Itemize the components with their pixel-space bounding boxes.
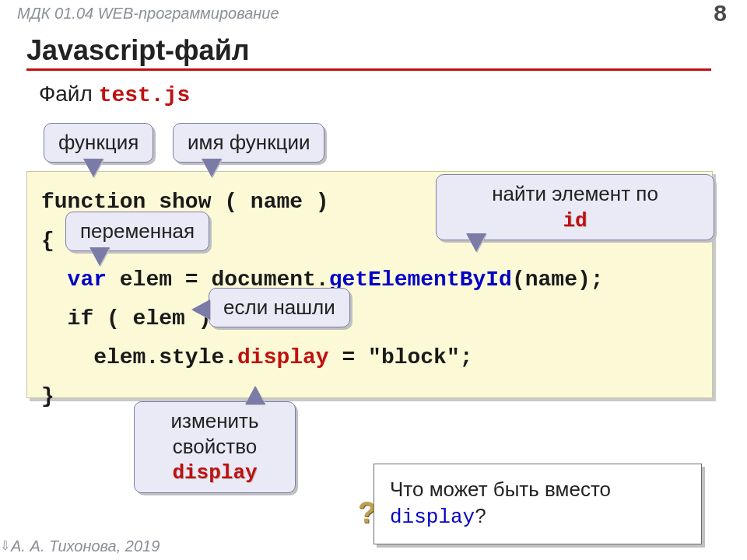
callout-find-by-id: найти элемент по id	[436, 174, 714, 240]
code-brace-close: }	[41, 384, 54, 408]
kw-var: var	[41, 268, 107, 292]
callout-if-found-label: если нашли	[223, 295, 335, 320]
title-underline	[26, 68, 711, 71]
callout-find-by-id-label: найти элемент по id	[451, 181, 700, 233]
question-kw: display	[390, 506, 475, 529]
callout-function-name: имя функции	[173, 123, 324, 163]
callout-find-by-id-kw: id	[563, 209, 587, 233]
kw-function: function	[41, 190, 146, 214]
callout-function-kw-label: функция	[58, 130, 139, 156]
callout-variable: переменная	[65, 212, 209, 251]
code-if: if ( elem )	[41, 306, 211, 331]
callout-change-prop-label: изменить свойство display	[149, 408, 281, 486]
code-fn-sig: show ( name )	[146, 190, 328, 214]
callout-find-by-id-text: найти элемент по	[492, 182, 658, 205]
callout-variable-tail	[90, 249, 109, 266]
callout-function-kw: функция	[44, 123, 153, 163]
question-text-post: ?	[475, 504, 486, 527]
code-call-end: (name);	[512, 268, 604, 292]
code-style: elem.style.	[41, 345, 237, 369]
subtitle-prefix: Файл	[39, 82, 99, 106]
callout-function-name-tail	[202, 160, 221, 177]
stage: function show ( name ) { var elem = docu…	[0, 107, 747, 543]
callout-variable-label: переменная	[80, 219, 195, 244]
question-text-pre: Что может быть вместо	[390, 478, 611, 501]
subtitle-filename: test.js	[99, 83, 191, 107]
code-brace-open: {	[41, 229, 54, 253]
callout-if-found: если нашли	[209, 288, 350, 327]
callout-function-name-label: имя функции	[188, 130, 310, 156]
question-box: Что может быть вместо display?	[374, 464, 702, 544]
callout-change-prop-text: изменить свойство	[170, 409, 258, 458]
kw-getelementbyid: getElementById	[329, 268, 512, 292]
callout-function-kw-tail	[84, 160, 103, 177]
page-number: 8	[714, 0, 727, 26]
footer-author: А. А. Тихонова, 2019	[11, 537, 160, 555]
callout-change-prop-kw: display	[172, 461, 257, 485]
kw-display: display	[237, 345, 329, 369]
breadcrumb: МДК 01.04 WEB-программирование	[17, 5, 279, 23]
subtitle: Файл test.js	[39, 82, 747, 107]
callout-change-prop-tail	[246, 386, 265, 403]
footer-icon: ⇩	[0, 538, 9, 557]
callout-change-prop: изменить свойство display	[134, 401, 296, 493]
page-title: Javascript-файл	[26, 34, 747, 67]
slide-header: МДК 01.04 WEB-программирование 8	[0, 0, 747, 30]
callout-if-found-tail	[193, 300, 210, 319]
code-assign: = "block";	[329, 345, 473, 369]
callout-find-by-id-tail	[467, 235, 486, 252]
